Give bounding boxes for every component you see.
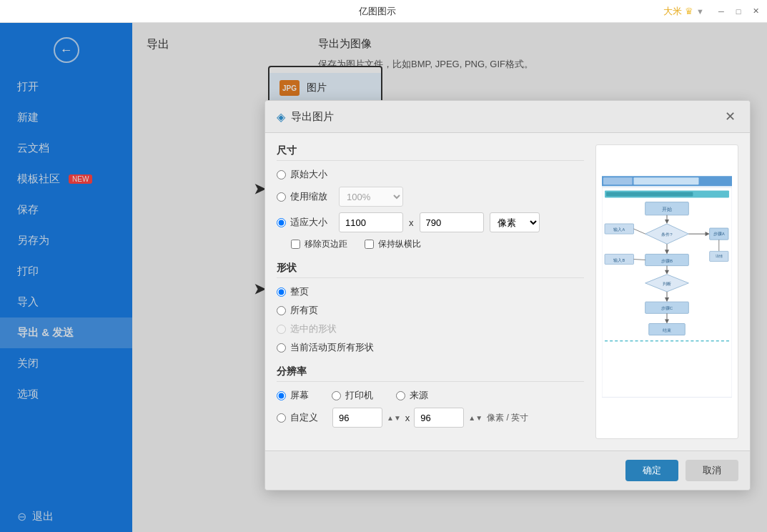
keep-ratio-text: 保持纵横比 [378, 238, 421, 250]
height-input[interactable] [420, 212, 484, 232]
username: 大米 [663, 5, 682, 18]
source-label[interactable]: 来源 [396, 389, 428, 402]
modal-title-text: 导出图片 [291, 110, 334, 124]
full-page-radio[interactable] [277, 287, 286, 297]
fit-size-text: 适应大小 [290, 216, 327, 229]
printer-label[interactable]: 打印机 [332, 389, 373, 402]
width-input[interactable] [339, 212, 403, 232]
modal-title-icon: ◈ [277, 110, 285, 124]
remove-margin-text: 移除页边距 [305, 238, 347, 250]
active-page-text: 当前活动页所有形状 [290, 341, 374, 354]
dpi-y-input[interactable] [414, 408, 464, 428]
unit-select[interactable]: 像素 [490, 212, 540, 232]
dpi-x-spinner: ▲▼ [387, 414, 401, 422]
original-size-text: 原始大小 [290, 168, 327, 181]
modal-footer: 确定 取消 [265, 450, 750, 490]
close-btn[interactable]: ✕ [750, 6, 761, 17]
svg-text:输入A: 输入A [613, 227, 625, 232]
svg-text:详情: 详情 [716, 254, 723, 258]
maximize-btn[interactable]: □ [733, 6, 744, 17]
selected-shapes-row: 选中的形状 [277, 322, 584, 335]
svg-rect-5 [606, 192, 693, 196]
resolution-title: 分辨率 [277, 365, 584, 382]
remove-margin-label[interactable]: 移除页边距 [291, 238, 347, 250]
all-pages-row: 所有页 [277, 304, 584, 317]
svg-text:步骤B: 步骤B [661, 259, 673, 263]
size-title: 尺寸 [277, 144, 584, 161]
screen-radio[interactable] [277, 391, 286, 400]
svg-rect-2 [633, 177, 698, 184]
dpi-unit-label: 像素 / 英寸 [487, 412, 528, 424]
custom-label[interactable]: 自定义 [277, 411, 318, 424]
dpi-separator: x [405, 413, 410, 423]
zoom-row: 使用缩放 100% [277, 187, 584, 207]
keep-ratio-checkbox[interactable] [365, 240, 374, 249]
keep-ratio-label[interactable]: 保持纵横比 [365, 238, 421, 250]
fit-size-label[interactable]: 适应大小 [277, 216, 327, 229]
original-size-label[interactable]: 原始大小 [277, 168, 327, 181]
titlebar: 亿图图示 大米 ♛ ▼ ─ □ ✕ [0, 0, 767, 23]
dpi-x-input[interactable] [332, 408, 382, 428]
source-text: 来源 [410, 389, 428, 402]
all-pages-label[interactable]: 所有页 [277, 304, 318, 317]
original-size-radio[interactable] [277, 170, 286, 179]
source-radio[interactable] [396, 391, 405, 400]
active-page-label[interactable]: 当前活动页所有形状 [277, 341, 374, 354]
svg-text:开始: 开始 [662, 207, 672, 212]
original-size-row: 原始大小 [277, 168, 584, 181]
dpi-y-spinner: ▲▼ [468, 414, 483, 422]
fit-size-row: 适应大小 x 像素 [277, 212, 584, 232]
modal-form: 尺寸 原始大小 使用缩放 100% [277, 144, 584, 439]
cancel-button[interactable]: 取消 [686, 460, 738, 481]
all-pages-text: 所有页 [290, 304, 318, 317]
remove-margin-checkbox[interactable] [291, 240, 300, 249]
zoom-radio[interactable] [277, 192, 286, 202]
svg-text:步骤C: 步骤C [661, 306, 673, 310]
fit-size-radio[interactable] [277, 218, 286, 227]
resolution-presets-row: 屏幕 打印机 来源 [277, 389, 584, 402]
shape-title: 形状 [277, 262, 584, 278]
modal-body: 尺寸 原始大小 使用缩放 100% [265, 133, 750, 450]
svg-rect-1 [603, 177, 632, 184]
selected-shapes-radio [277, 325, 286, 334]
export-image-modal: ◈ 导出图片 ✕ 尺寸 原始大小 [264, 100, 751, 491]
screen-text: 屏幕 [290, 389, 309, 402]
x-separator: x [409, 217, 414, 228]
user-info: 大米 ♛ ▼ [663, 5, 704, 18]
modal-title: ◈ 导出图片 [277, 110, 334, 124]
full-page-text: 整页 [290, 285, 309, 298]
minimize-btn[interactable]: ─ [716, 6, 727, 17]
custom-dpi-row: 自定义 ▲▼ x ▲▼ 像素 / 英寸 [277, 408, 584, 428]
preview-svg: 开始 条件? 步骤A 步骤B [602, 151, 732, 433]
selected-shapes-label: 选中的形状 [277, 322, 337, 335]
custom-text: 自定义 [290, 411, 318, 424]
modal-close-btn[interactable]: ✕ [721, 108, 738, 125]
active-page-row: 当前活动页所有形状 [277, 341, 584, 354]
zoom-select[interactable]: 100% [339, 187, 403, 207]
modal-overlay: ◈ 导出图片 ✕ 尺寸 原始大小 [0, 0, 767, 532]
svg-text:步骤A: 步骤A [713, 232, 725, 236]
full-page-row: 整页 [277, 285, 584, 298]
app-title: 亿图图示 [91, 5, 663, 18]
modal-header: ◈ 导出图片 ✕ [265, 101, 750, 133]
modal-preview: 开始 条件? 步骤A 步骤B [595, 144, 738, 439]
svg-text:条件?: 条件? [661, 232, 673, 237]
full-page-label[interactable]: 整页 [277, 285, 309, 298]
all-pages-radio[interactable] [277, 306, 286, 315]
zoom-text: 使用缩放 [290, 190, 327, 203]
confirm-button[interactable]: 确定 [625, 460, 678, 481]
size-section: 尺寸 原始大小 使用缩放 100% [277, 144, 584, 250]
crown-icon: ♛ [685, 6, 693, 16]
svg-text:输入B: 输入B [613, 258, 625, 262]
dropdown-arrow[interactable]: ▼ [696, 7, 704, 16]
resolution-section: 分辨率 屏幕 打印机 来源 [277, 365, 584, 428]
svg-text:判断: 判断 [663, 282, 671, 286]
screen-label[interactable]: 屏幕 [277, 389, 309, 402]
custom-radio[interactable] [277, 413, 286, 423]
printer-radio[interactable] [332, 391, 341, 400]
selected-shapes-text: 选中的形状 [290, 322, 337, 335]
active-page-radio[interactable] [277, 343, 286, 353]
size-options-row: 移除页边距 保持纵横比 [291, 238, 584, 250]
svg-text:结束: 结束 [663, 328, 671, 332]
zoom-label[interactable]: 使用缩放 [277, 190, 327, 203]
